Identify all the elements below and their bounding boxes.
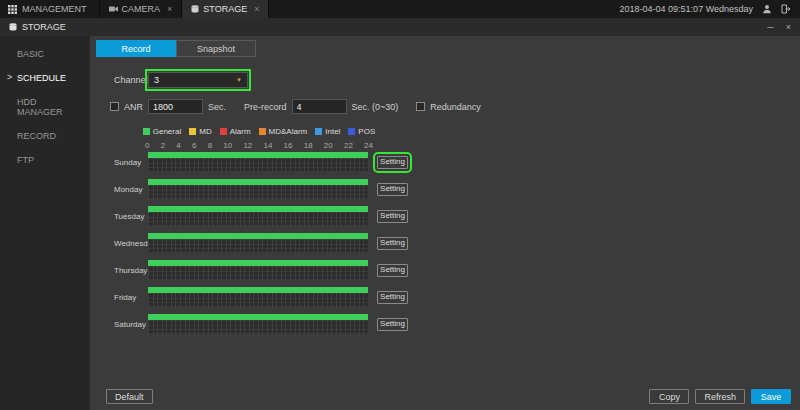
schedule-grid-friday[interactable] bbox=[148, 287, 368, 307]
sidebar-item-hdd-manager[interactable]: HDD MANAGER bbox=[0, 90, 90, 124]
redundancy-label: Redundancy bbox=[430, 102, 481, 112]
schedule-grid-thursday[interactable] bbox=[148, 260, 368, 280]
setting-button-friday[interactable]: Setting bbox=[377, 291, 408, 304]
window-controls: ─ × bbox=[767, 22, 791, 32]
record-bar-general bbox=[148, 206, 368, 212]
day-label: Tuesday bbox=[114, 212, 148, 221]
logout-icon[interactable] bbox=[781, 4, 791, 14]
legend-item-alarm[interactable]: Alarm bbox=[220, 127, 251, 136]
schedule-row-sunday: Sunday Setting bbox=[90, 152, 800, 172]
main-panel: Record Snapshot Channel 3 ▼ ANR Sec. Pre… bbox=[90, 36, 800, 410]
anr-checkbox[interactable] bbox=[110, 102, 119, 111]
close-icon[interactable]: × bbox=[167, 4, 172, 14]
sidebar-item-schedule[interactable]: >SCHEDULE bbox=[0, 66, 90, 90]
tick-label: 16 bbox=[284, 141, 293, 150]
legend-item-general[interactable]: General bbox=[143, 127, 181, 136]
top-tab-label: CAMERA bbox=[122, 4, 161, 14]
tick-label: 20 bbox=[324, 141, 333, 150]
legend-label: Intel bbox=[325, 127, 340, 136]
legend-swatch bbox=[143, 128, 150, 135]
copy-button[interactable]: Copy bbox=[649, 389, 689, 404]
save-button[interactable]: Save bbox=[751, 389, 791, 404]
management-menu[interactable]: MANAGEMENT bbox=[0, 0, 100, 18]
tab-snapshot[interactable]: Snapshot bbox=[176, 40, 256, 57]
management-label: MANAGEMENT bbox=[22, 4, 87, 14]
prerecord-seconds-input[interactable] bbox=[292, 99, 347, 114]
tick-label: 14 bbox=[264, 141, 273, 150]
refresh-button[interactable]: Refresh bbox=[695, 389, 745, 404]
setting-button-sunday[interactable]: Setting bbox=[377, 156, 408, 169]
sidebar-item-label: RECORD bbox=[17, 131, 56, 141]
user-icon[interactable] bbox=[762, 4, 772, 14]
anr-row: ANR Sec. Pre-record Sec. (0~30) Redundan… bbox=[110, 99, 800, 114]
legend-item-intel[interactable]: Intel bbox=[315, 127, 340, 136]
legend-label: MD&Alarm bbox=[269, 127, 308, 136]
legend-item-pos[interactable]: POS bbox=[348, 127, 375, 136]
channel-row: Channel 3 ▼ bbox=[114, 72, 800, 88]
legend-label: Alarm bbox=[230, 127, 251, 136]
anr-unit-label: Sec. bbox=[208, 102, 226, 112]
channel-select[interactable]: 3 ▼ bbox=[148, 72, 248, 88]
tick-label: 4 bbox=[176, 141, 180, 150]
tab-record[interactable]: Record bbox=[96, 40, 176, 57]
page-title: STORAGE bbox=[22, 22, 66, 32]
anr-label: ANR bbox=[124, 102, 143, 112]
minimize-icon[interactable]: ─ bbox=[767, 22, 773, 32]
top-bar: MANAGEMENT CAMERA × STORAGE × 2018-04-04… bbox=[0, 0, 800, 18]
sidebar-item-label: SCHEDULE bbox=[17, 73, 66, 83]
schedule-grid-tuesday[interactable] bbox=[148, 206, 368, 226]
tick-label: 24 bbox=[364, 141, 373, 150]
tick-label: 8 bbox=[208, 141, 212, 150]
setting-button-saturday[interactable]: Setting bbox=[377, 318, 408, 331]
default-button[interactable]: Default bbox=[106, 389, 153, 404]
schedule-row-monday: Monday Setting bbox=[90, 179, 800, 199]
legend-swatch bbox=[220, 128, 227, 135]
schedule-row-wednesday: Wednesday Setting bbox=[90, 233, 800, 253]
close-icon[interactable]: × bbox=[254, 4, 259, 14]
legend-item-md-alarm[interactable]: MD&Alarm bbox=[259, 127, 308, 136]
content-area: BASIC >SCHEDULE HDD MANAGER RECORD FTP R… bbox=[0, 36, 800, 410]
tick-label: 10 bbox=[223, 141, 232, 150]
close-icon[interactable]: × bbox=[786, 22, 791, 32]
timeline-ticks: 0 2 4 6 8 10 12 14 16 18 20 22 24 bbox=[145, 141, 373, 150]
day-label: Monday bbox=[114, 185, 148, 194]
grid-menu-icon bbox=[8, 5, 17, 14]
top-tab-camera[interactable]: CAMERA × bbox=[100, 0, 183, 18]
sidebar-item-label: HDD MANAGER bbox=[17, 97, 63, 117]
day-label: Sunday bbox=[114, 158, 148, 167]
day-label: Friday bbox=[114, 293, 148, 302]
sidebar-item-record[interactable]: RECORD bbox=[0, 124, 90, 148]
tick-label: 22 bbox=[344, 141, 353, 150]
setting-button-thursday[interactable]: Setting bbox=[377, 264, 408, 277]
sidebar-item-basic[interactable]: BASIC bbox=[0, 42, 90, 66]
prerecord-label: Pre-record bbox=[244, 102, 287, 112]
storage-disk-icon bbox=[191, 5, 199, 13]
day-label: Saturday bbox=[114, 320, 148, 329]
setting-button-monday[interactable]: Setting bbox=[377, 183, 408, 196]
schedule-grid-sunday[interactable] bbox=[148, 152, 368, 172]
chevron-right-icon: > bbox=[7, 72, 12, 82]
redundancy-checkbox[interactable] bbox=[416, 102, 425, 111]
sidebar-item-label: FTP bbox=[17, 155, 34, 165]
tick-label: 0 bbox=[145, 141, 149, 150]
sidebar-item-ftp[interactable]: FTP bbox=[0, 148, 90, 172]
legend-label: POS bbox=[358, 127, 375, 136]
chevron-down-icon: ▼ bbox=[236, 77, 242, 83]
setting-button-wednesday[interactable]: Setting bbox=[377, 237, 408, 250]
tick-label: 18 bbox=[304, 141, 313, 150]
schedule-row-thursday: Thursday Setting bbox=[90, 260, 800, 280]
top-tab-storage[interactable]: STORAGE × bbox=[182, 0, 269, 18]
tick-label: 12 bbox=[243, 141, 252, 150]
schedule-grid-monday[interactable] bbox=[148, 179, 368, 199]
schedule-grid-wednesday[interactable] bbox=[148, 233, 368, 253]
setting-button-tuesday[interactable]: Setting bbox=[377, 210, 408, 223]
weekly-schedule: Sunday Setting Monday Setting Tuesday Se… bbox=[90, 152, 800, 334]
record-bar-general bbox=[148, 152, 368, 158]
record-snapshot-tabs: Record Snapshot bbox=[90, 36, 800, 57]
schedule-grid-saturday[interactable] bbox=[148, 314, 368, 334]
datetime-display: 2018-04-04 09:51:07 Wednesday bbox=[620, 4, 753, 14]
legend-swatch bbox=[189, 128, 196, 135]
storage-disk-icon bbox=[9, 23, 17, 31]
anr-seconds-input[interactable] bbox=[148, 99, 203, 114]
legend-item-md[interactable]: MD bbox=[189, 127, 211, 136]
